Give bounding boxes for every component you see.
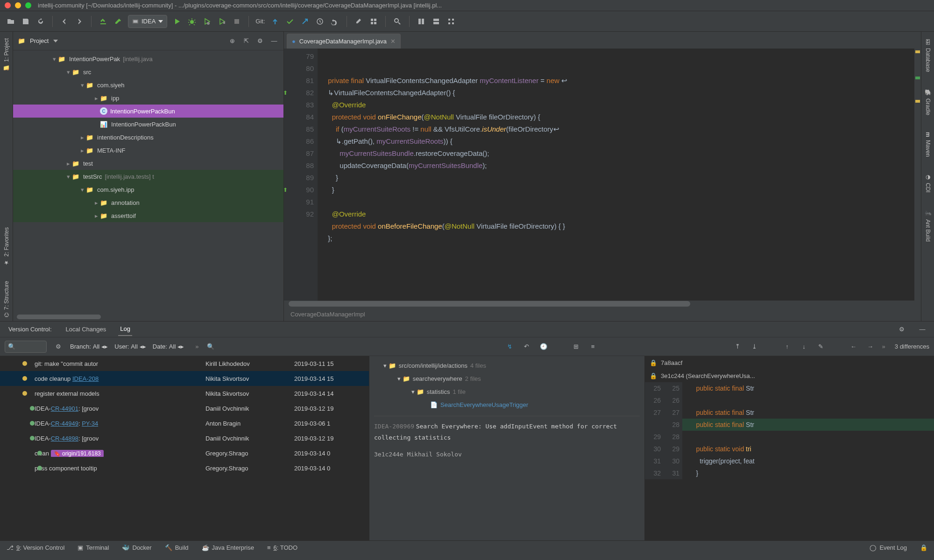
profile-icon[interactable] bbox=[217, 16, 227, 27]
status-lock-icon[interactable]: 🔒 bbox=[920, 544, 927, 551]
tool-icon-1[interactable] bbox=[416, 16, 426, 27]
status-todo[interactable]: ≡ 6: TODO bbox=[267, 544, 297, 551]
commit-row[interactable]: git: make "commit autorKirill Likhodedov… bbox=[0, 356, 369, 371]
commit-row[interactable]: code cleanup IDEA-208Nikita Skvortsov201… bbox=[0, 371, 369, 386]
group-icon[interactable]: ⊞ bbox=[571, 342, 581, 352]
nav-back-icon[interactable] bbox=[59, 16, 70, 27]
tool-icon-2[interactable] bbox=[431, 16, 441, 27]
favorites-tab[interactable]: ★ 2: Favorites bbox=[2, 224, 11, 270]
status-docker[interactable]: 🐳 Docker bbox=[122, 544, 151, 551]
maven-tab[interactable]: m Maven bbox=[924, 128, 932, 161]
tree-row[interactable]: CIntentionPowerPackBun bbox=[13, 105, 283, 118]
breadcrumb[interactable]: CoverageDataManagerImpl bbox=[284, 307, 921, 321]
coverage-icon[interactable] bbox=[202, 16, 212, 27]
open-file-icon[interactable] bbox=[6, 16, 16, 27]
expand-all-icon[interactable]: ⤒ bbox=[733, 342, 743, 352]
commit-row[interactable]: IDEA-CR-44898: [groovDaniil Ovchinnik201… bbox=[0, 431, 369, 446]
debug-icon[interactable] bbox=[187, 16, 197, 27]
collapse-all-icon[interactable]: ⤓ bbox=[750, 342, 760, 352]
cdi-tab[interactable]: ◑ CDI bbox=[924, 170, 932, 196]
branch-filter[interactable]: Branch: All ◂▸ bbox=[70, 343, 108, 350]
history-icon[interactable]: 🕘 bbox=[538, 342, 549, 352]
line-gutter[interactable]: 79808182⬆8384858687888990⬆9192 bbox=[284, 49, 318, 301]
status-vcs[interactable]: ⎇ 9: Version Control bbox=[7, 544, 64, 551]
vcs-update-icon[interactable] bbox=[270, 16, 280, 27]
commit-row[interactable]: clean 🔖 origin/191.6183Gregory.Shrago201… bbox=[0, 446, 369, 461]
log-search-input[interactable]: 🔍 bbox=[5, 341, 47, 353]
file-tree-row[interactable]: ▾ 📁 searcheverywhere 2 files bbox=[374, 372, 640, 385]
stop-icon[interactable] bbox=[232, 16, 242, 27]
file-tree-row[interactable]: ▾ 📁 statistics 1 file bbox=[374, 385, 640, 398]
close-tab-icon[interactable]: ✕ bbox=[390, 38, 396, 45]
vcs-history-icon[interactable] bbox=[315, 16, 325, 27]
more-icon[interactable]: » bbox=[882, 343, 885, 350]
diff-code[interactable]: 2525 public static final Str26262727 pub… bbox=[645, 382, 934, 540]
tab-local-changes[interactable]: Local Changes bbox=[64, 323, 108, 336]
code-area[interactable]: private final VirtualFileContentsChanged… bbox=[318, 49, 921, 301]
make-icon[interactable] bbox=[98, 16, 108, 27]
status-build[interactable]: 🔨 Build bbox=[165, 544, 189, 551]
settings-icon[interactable] bbox=[354, 16, 364, 27]
minimize-window-button[interactable] bbox=[15, 2, 21, 8]
nav-prev-icon[interactable]: ← bbox=[849, 342, 859, 352]
next-diff-icon[interactable]: ↓ bbox=[799, 342, 809, 352]
tree-row[interactable]: ▾📁com.siyeh bbox=[13, 78, 283, 91]
tree-row[interactable]: ▸📁ipp bbox=[13, 91, 283, 105]
commit-row[interactable]: pass component tooltipGregory.Shrago2019… bbox=[0, 461, 369, 476]
vcs-minimize-icon[interactable]: — bbox=[917, 324, 927, 335]
editor-hscrollbar[interactable] bbox=[284, 301, 921, 307]
tree-row[interactable]: ▸📁META-INF bbox=[13, 144, 283, 157]
gradle-tab[interactable]: 🐘 Gradle bbox=[924, 85, 932, 119]
editor-tab[interactable]: ● CoverageDataManagerImpl.java ✕ bbox=[287, 34, 401, 49]
tool-icon-3[interactable] bbox=[446, 16, 456, 27]
tree-row[interactable]: ▾📁IntentionPowerPak[intellij.java bbox=[13, 52, 283, 65]
nav-next-icon[interactable]: → bbox=[865, 342, 876, 352]
nav-forward-icon[interactable] bbox=[74, 16, 85, 27]
gear-icon[interactable]: ⚙ bbox=[255, 36, 265, 46]
commit-row[interactable]: IDEA-CR-44949: PY-34Anton Bragin2019-03-… bbox=[0, 416, 369, 431]
hammer-icon[interactable] bbox=[113, 16, 123, 27]
tree-row[interactable]: ▾📁testSrc[intellij.java.tests] t bbox=[13, 170, 283, 183]
filter-gear-icon[interactable]: ⚙ bbox=[53, 342, 64, 352]
project-tree[interactable]: ▾📁IntentionPowerPak[intellij.java▾📁src▾📁… bbox=[13, 50, 283, 313]
cherry-pick-icon[interactable]: ↯ bbox=[505, 342, 515, 352]
status-jee[interactable]: ☕ Java Enterprise bbox=[202, 544, 254, 551]
project-hscrollbar[interactable] bbox=[17, 315, 280, 319]
run-config-dropdown[interactable]: IDEA bbox=[128, 15, 167, 28]
save-icon[interactable] bbox=[21, 16, 31, 27]
maximize-window-button[interactable] bbox=[25, 2, 31, 8]
locate-icon[interactable]: ⊕ bbox=[227, 36, 237, 46]
database-tab[interactable]: 🗄 Database bbox=[924, 35, 932, 76]
date-filter[interactable]: Date: All ◂▸ bbox=[153, 343, 184, 350]
tree-row[interactable]: ▾📁src bbox=[13, 65, 283, 78]
tree-row[interactable]: ▸📁test bbox=[13, 157, 283, 170]
search-icon[interactable] bbox=[392, 16, 403, 27]
commit-row[interactable]: register external modelsNikita Skvortsov… bbox=[0, 386, 369, 401]
flatten-icon[interactable]: ≡ bbox=[588, 342, 598, 352]
more-filters-icon[interactable]: » bbox=[195, 343, 198, 350]
status-terminal[interactable]: ▣ Terminal bbox=[78, 544, 109, 551]
project-tab[interactable]: 📁 1: Project bbox=[2, 35, 11, 76]
tree-row[interactable]: ▸📁annotation bbox=[13, 196, 283, 209]
undo-icon[interactable]: ↶ bbox=[522, 342, 532, 352]
run-icon[interactable] bbox=[172, 16, 182, 27]
project-title[interactable]: Project bbox=[30, 37, 49, 44]
structure-tab[interactable]: ⌬ 7: Structure bbox=[2, 277, 11, 321]
ant-tab[interactable]: 🐜 Ant Build bbox=[924, 206, 932, 245]
file-tree-leaf[interactable]: 📄 SearchEverywhereUsageTrigger bbox=[374, 398, 640, 411]
tree-row[interactable]: 📊IntentionPowerPackBun bbox=[13, 118, 283, 131]
tab-log[interactable]: Log bbox=[118, 322, 132, 336]
vcs-commit-icon[interactable] bbox=[285, 16, 295, 27]
file-tree-row[interactable]: ▾ 📁 src/com/intellij/ide/actions 4 files bbox=[374, 359, 640, 372]
chevron-down-icon[interactable] bbox=[53, 40, 58, 42]
vcs-push-icon[interactable] bbox=[300, 16, 310, 27]
commit-list[interactable]: git: make "commit autorKirill Likhodedov… bbox=[0, 356, 369, 540]
prev-diff-icon[interactable]: ↑ bbox=[782, 342, 792, 352]
status-event-log[interactable]: ◯ Event Log bbox=[870, 544, 907, 551]
vcs-gear-icon[interactable]: ⚙ bbox=[897, 324, 907, 335]
collapse-icon[interactable]: ⇱ bbox=[241, 36, 251, 46]
tree-row[interactable]: ▸📁intentionDescriptions bbox=[13, 131, 283, 144]
error-stripe[interactable] bbox=[914, 49, 921, 301]
project-structure-icon[interactable] bbox=[368, 16, 379, 27]
close-window-button[interactable] bbox=[5, 2, 11, 8]
